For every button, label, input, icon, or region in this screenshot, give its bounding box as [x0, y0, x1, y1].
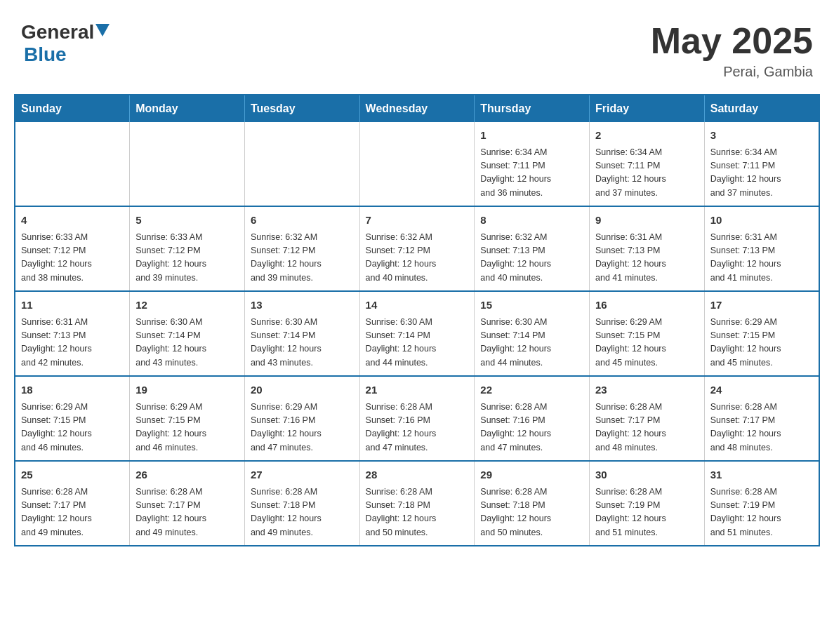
day-info: Sunrise: 6:33 AMSunset: 7:12 PMDaylight:… — [21, 231, 124, 286]
calendar-week-row: 18Sunrise: 6:29 AMSunset: 7:15 PMDayligh… — [15, 376, 819, 461]
weekday-header-friday: Friday — [590, 95, 705, 122]
day-number: 12 — [135, 297, 239, 314]
weekday-header-wednesday: Wednesday — [359, 95, 475, 122]
calendar-cell: 22Sunrise: 6:28 AMSunset: 7:16 PMDayligh… — [475, 376, 590, 461]
day-info: Sunrise: 6:30 AMSunset: 7:14 PMDaylight:… — [480, 316, 583, 370]
calendar-week-row: 25Sunrise: 6:28 AMSunset: 7:17 PMDayligh… — [15, 461, 819, 546]
day-number: 17 — [710, 297, 813, 314]
calendar-week-row: 4Sunrise: 6:33 AMSunset: 7:12 PMDaylight… — [15, 206, 819, 291]
calendar-week-row: 1Sunrise: 6:34 AMSunset: 7:11 PMDaylight… — [15, 122, 819, 206]
calendar-cell: 19Sunrise: 6:29 AMSunset: 7:15 PMDayligh… — [130, 376, 245, 461]
day-number: 3 — [710, 128, 813, 144]
calendar-cell: 5Sunrise: 6:33 AMSunset: 7:12 PMDaylight… — [130, 206, 245, 291]
day-info: Sunrise: 6:28 AMSunset: 7:17 PMDaylight:… — [21, 485, 124, 540]
calendar-cell: 24Sunrise: 6:28 AMSunset: 7:17 PMDayligh… — [704, 376, 819, 461]
calendar-cell: 16Sunrise: 6:29 AMSunset: 7:15 PMDayligh… — [590, 291, 705, 376]
location: Perai, Gambia — [651, 64, 813, 80]
day-number: 22 — [480, 382, 583, 398]
calendar-cell — [130, 122, 245, 206]
day-number: 1 — [480, 128, 583, 144]
calendar-week-row: 11Sunrise: 6:31 AMSunset: 7:13 PMDayligh… — [15, 291, 819, 376]
day-number: 8 — [480, 213, 583, 229]
day-info: Sunrise: 6:31 AMSunset: 7:13 PMDaylight:… — [21, 316, 124, 370]
day-number: 21 — [366, 382, 469, 398]
day-info: Sunrise: 6:30 AMSunset: 7:14 PMDaylight:… — [251, 316, 354, 370]
day-info: Sunrise: 6:28 AMSunset: 7:16 PMDaylight:… — [480, 401, 583, 455]
calendar-cell: 12Sunrise: 6:30 AMSunset: 7:14 PMDayligh… — [130, 291, 245, 376]
day-info: Sunrise: 6:32 AMSunset: 7:13 PMDaylight:… — [480, 231, 583, 286]
day-number: 24 — [710, 382, 813, 398]
day-info: Sunrise: 6:34 AMSunset: 7:11 PMDaylight:… — [710, 146, 813, 201]
day-info: Sunrise: 6:28 AMSunset: 7:17 PMDaylight:… — [595, 401, 699, 455]
weekday-header-thursday: Thursday — [475, 95, 590, 122]
day-number: 28 — [366, 467, 469, 483]
calendar-cell: 31Sunrise: 6:28 AMSunset: 7:19 PMDayligh… — [704, 461, 819, 546]
calendar-cell: 8Sunrise: 6:32 AMSunset: 7:13 PMDaylight… — [475, 206, 590, 291]
day-info: Sunrise: 6:30 AMSunset: 7:14 PMDaylight:… — [135, 316, 239, 370]
calendar-cell: 6Sunrise: 6:32 AMSunset: 7:12 PMDaylight… — [244, 206, 359, 291]
day-info: Sunrise: 6:28 AMSunset: 7:18 PMDaylight:… — [480, 485, 583, 540]
day-number: 10 — [710, 213, 813, 229]
day-info: Sunrise: 6:31 AMSunset: 7:13 PMDaylight:… — [710, 231, 813, 286]
calendar-cell: 9Sunrise: 6:31 AMSunset: 7:13 PMDaylight… — [590, 206, 705, 291]
day-info: Sunrise: 6:28 AMSunset: 7:18 PMDaylight:… — [366, 485, 469, 540]
day-info: Sunrise: 6:28 AMSunset: 7:17 PMDaylight:… — [710, 401, 813, 455]
logo: General Blue — [21, 21, 110, 66]
day-info: Sunrise: 6:34 AMSunset: 7:11 PMDaylight:… — [595, 146, 699, 201]
calendar-cell: 20Sunrise: 6:29 AMSunset: 7:16 PMDayligh… — [244, 376, 359, 461]
day-info: Sunrise: 6:28 AMSunset: 7:19 PMDaylight:… — [595, 485, 699, 540]
calendar-cell: 18Sunrise: 6:29 AMSunset: 7:15 PMDayligh… — [15, 376, 130, 461]
weekday-header-saturday: Saturday — [704, 95, 819, 122]
day-number: 30 — [595, 467, 699, 483]
weekday-header-row: SundayMondayTuesdayWednesdayThursdayFrid… — [15, 95, 819, 122]
weekday-header-tuesday: Tuesday — [244, 95, 359, 122]
calendar-cell: 13Sunrise: 6:30 AMSunset: 7:14 PMDayligh… — [244, 291, 359, 376]
day-number: 14 — [366, 297, 469, 314]
day-number: 25 — [21, 467, 124, 483]
calendar-cell — [244, 122, 359, 206]
calendar-cell: 11Sunrise: 6:31 AMSunset: 7:13 PMDayligh… — [15, 291, 130, 376]
day-info: Sunrise: 6:29 AMSunset: 7:16 PMDaylight:… — [251, 401, 354, 455]
calendar-cell: 30Sunrise: 6:28 AMSunset: 7:19 PMDayligh… — [590, 461, 705, 546]
day-info: Sunrise: 6:28 AMSunset: 7:16 PMDaylight:… — [366, 401, 469, 455]
day-number: 11 — [21, 297, 124, 314]
calendar-cell: 25Sunrise: 6:28 AMSunset: 7:17 PMDayligh… — [15, 461, 130, 546]
page-header: General Blue May 2025 Perai, Gambia — [14, 14, 820, 80]
calendar-cell: 7Sunrise: 6:32 AMSunset: 7:12 PMDaylight… — [359, 206, 475, 291]
month-title: May 2025 — [651, 21, 813, 61]
logo-general-text: General — [21, 21, 94, 43]
weekday-header-monday: Monday — [130, 95, 245, 122]
day-number: 20 — [251, 382, 354, 398]
day-number: 4 — [21, 213, 124, 229]
day-info: Sunrise: 6:31 AMSunset: 7:13 PMDaylight:… — [595, 231, 699, 286]
day-number: 13 — [251, 297, 354, 314]
logo-blue-text: Blue — [24, 43, 110, 66]
day-number: 7 — [366, 213, 469, 229]
calendar-cell: 17Sunrise: 6:29 AMSunset: 7:15 PMDayligh… — [704, 291, 819, 376]
day-info: Sunrise: 6:29 AMSunset: 7:15 PMDaylight:… — [710, 316, 813, 370]
calendar-cell: 14Sunrise: 6:30 AMSunset: 7:14 PMDayligh… — [359, 291, 475, 376]
day-info: Sunrise: 6:29 AMSunset: 7:15 PMDaylight:… — [595, 316, 699, 370]
calendar-cell: 10Sunrise: 6:31 AMSunset: 7:13 PMDayligh… — [704, 206, 819, 291]
day-number: 27 — [251, 467, 354, 483]
calendar-cell: 27Sunrise: 6:28 AMSunset: 7:18 PMDayligh… — [244, 461, 359, 546]
calendar-table: SundayMondayTuesdayWednesdayThursdayFrid… — [14, 94, 820, 546]
calendar-cell: 1Sunrise: 6:34 AMSunset: 7:11 PMDaylight… — [475, 122, 590, 206]
day-number: 26 — [135, 467, 239, 483]
day-info: Sunrise: 6:30 AMSunset: 7:14 PMDaylight:… — [366, 316, 469, 370]
day-info: Sunrise: 6:28 AMSunset: 7:17 PMDaylight:… — [135, 485, 239, 540]
calendar-cell: 26Sunrise: 6:28 AMSunset: 7:17 PMDayligh… — [130, 461, 245, 546]
day-info: Sunrise: 6:32 AMSunset: 7:12 PMDaylight:… — [251, 231, 354, 286]
logo-triangle-icon — [95, 24, 110, 36]
calendar-cell: 2Sunrise: 6:34 AMSunset: 7:11 PMDaylight… — [590, 122, 705, 206]
day-number: 16 — [595, 297, 699, 314]
day-info: Sunrise: 6:33 AMSunset: 7:12 PMDaylight:… — [135, 231, 239, 286]
day-number: 29 — [480, 467, 583, 483]
calendar-cell — [359, 122, 475, 206]
calendar-cell: 3Sunrise: 6:34 AMSunset: 7:11 PMDaylight… — [704, 122, 819, 206]
weekday-header-sunday: Sunday — [15, 95, 130, 122]
calendar-cell: 4Sunrise: 6:33 AMSunset: 7:12 PMDaylight… — [15, 206, 130, 291]
day-info: Sunrise: 6:29 AMSunset: 7:15 PMDaylight:… — [21, 401, 124, 455]
day-info: Sunrise: 6:28 AMSunset: 7:18 PMDaylight:… — [251, 485, 354, 540]
day-info: Sunrise: 6:32 AMSunset: 7:12 PMDaylight:… — [366, 231, 469, 286]
